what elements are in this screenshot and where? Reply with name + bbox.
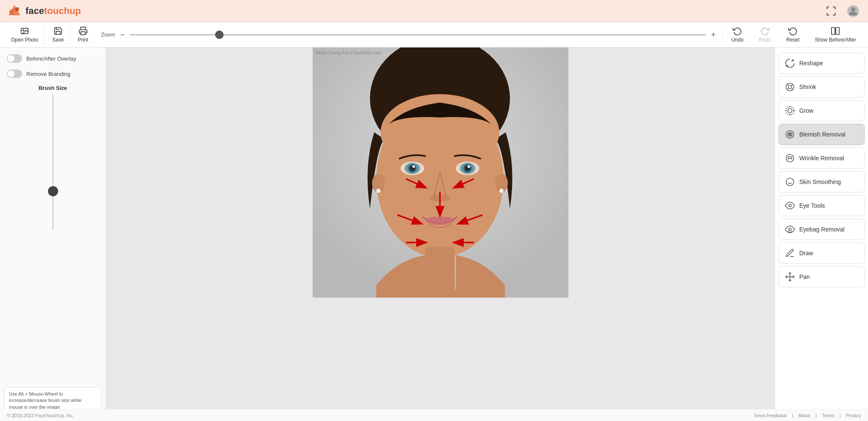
zoom-plus-button[interactable]: + (709, 30, 717, 39)
svg-point-31 (499, 189, 504, 193)
brush-size-thumb[interactable] (48, 186, 58, 196)
before-after-overlay-label: Before/After Overlay (26, 56, 76, 62)
shrink-tool-button[interactable]: Shrink (778, 76, 865, 98)
pan-icon (785, 272, 795, 282)
svg-point-2 (15, 7, 19, 11)
tooltip-text: Use Alt + Mouse-Wheel to increase/decrea… (9, 391, 81, 410)
canvas-container: Made Using FaceTouchUp.com (313, 47, 568, 298)
footer-links: Send Feedback | About | Terms | Privacy (754, 413, 861, 418)
logo-text: facetouchup (25, 6, 81, 17)
before-after-toggle-row: Before/After Overlay (7, 54, 99, 63)
send-feedback-link[interactable]: Send Feedback (754, 413, 787, 418)
wrinkle-removal-label: Wrinkle Removal (799, 155, 844, 162)
svg-point-25 (468, 165, 470, 168)
svg-point-42 (788, 85, 792, 89)
skin-smoothing-icon (785, 177, 795, 187)
eye-tools-icon (785, 201, 795, 211)
open-photo-button[interactable]: Open Photo (5, 24, 45, 45)
save-button[interactable]: Save (46, 24, 70, 45)
redo-button[interactable]: Redo (752, 24, 778, 45)
blemish-removal-label: Blemish Removal (799, 131, 846, 138)
grow-tool-button[interactable]: Grow (778, 100, 865, 121)
main-layout: Before/After Overlay Remove Branding Bru… (0, 47, 868, 421)
zoom-area: Zoom − + (96, 30, 723, 39)
eyebag-removal-icon (785, 224, 795, 234)
wrinkle-removal-icon (785, 153, 795, 163)
svg-point-53 (789, 228, 791, 231)
toolbar: Open Photo Save Print Zoom − + Undo (0, 22, 868, 47)
save-label: Save (52, 37, 64, 43)
print-label: Print (78, 37, 88, 43)
reset-label: Reset (786, 37, 799, 43)
reshape-icon (785, 58, 795, 68)
before-after-overlay-toggle[interactable] (7, 54, 22, 63)
show-before-after-button[interactable]: Show Before/After (808, 24, 863, 45)
reshape-label: Reshape (799, 60, 823, 67)
eye-tools-label: Eye Tools (799, 202, 825, 209)
grow-label: Grow (799, 107, 813, 114)
brush-size-track[interactable] (52, 95, 54, 230)
profile-button[interactable] (845, 3, 861, 19)
brush-section: Brush Size (7, 85, 99, 230)
draw-tool-button[interactable]: Draw (778, 243, 865, 264)
pan-label: Pan (799, 273, 810, 280)
print-button[interactable]: Print (72, 24, 94, 45)
grow-icon (785, 106, 795, 116)
bottom-bar: © 2010-2022 FaceTouchUp, Inc. Send Feedb… (0, 409, 868, 421)
logo-area: facetouchup (7, 3, 824, 19)
zoom-minus-button[interactable]: − (118, 30, 126, 39)
toolbar-right: Undo Redo Reset Show Before/After (725, 24, 863, 45)
brush-size-label: Brush Size (39, 85, 67, 91)
right-panel: Reshape Shrink Grow (775, 47, 868, 421)
remove-branding-label: Remove Branding (26, 71, 70, 77)
svg-point-27 (440, 195, 450, 201)
shrink-label: Shrink (799, 84, 816, 90)
svg-point-43 (788, 109, 792, 113)
show-before-after-label: Show Before/After (815, 37, 856, 43)
svg-rect-9 (836, 28, 839, 35)
blemish-removal-icon (785, 129, 795, 139)
open-photo-label: Open Photo (11, 37, 38, 43)
svg-rect-33 (376, 289, 505, 298)
reshape-tool-button[interactable]: Reshape (778, 53, 865, 74)
logo-icon (7, 3, 22, 19)
svg-rect-8 (832, 28, 835, 35)
header: facetouchup (0, 0, 868, 22)
svg-point-52 (789, 204, 791, 207)
undo-label: Undo (731, 37, 744, 43)
pan-tool-button[interactable]: Pan (778, 266, 865, 287)
draw-label: Draw (799, 250, 813, 257)
footer-copyright-bottom: © 2010-2022 FaceTouchUp, Inc. (7, 413, 74, 418)
face-portrait (313, 47, 568, 298)
left-panel: Before/After Overlay Remove Branding Bru… (0, 47, 106, 421)
wrinkle-removal-tool-button[interactable]: Wrinkle Removal (778, 148, 865, 169)
svg-point-30 (376, 189, 381, 193)
eye-tools-tool-button[interactable]: Eye Tools (778, 195, 865, 216)
zoom-slider[interactable] (130, 34, 706, 36)
svg-point-20 (412, 165, 415, 168)
about-link[interactable]: About (798, 413, 811, 418)
svg-point-6 (22, 30, 24, 31)
svg-rect-7 (81, 32, 85, 35)
fullscreen-button[interactable] (824, 4, 838, 18)
svg-point-4 (851, 7, 855, 11)
remove-branding-toggle[interactable] (7, 70, 22, 78)
draw-icon (785, 248, 795, 258)
canvas-area[interactable]: Made Using FaceTouchUp.com (106, 47, 775, 421)
canvas-watermark: Made Using FaceTouchUp.com (316, 50, 381, 55)
header-right (824, 3, 861, 19)
privacy-link[interactable]: Privacy (846, 413, 861, 418)
undo-button[interactable]: Undo (725, 24, 750, 45)
remove-branding-toggle-row: Remove Branding (7, 70, 99, 78)
reset-button[interactable]: Reset (779, 24, 806, 45)
shrink-icon (785, 82, 795, 92)
eyebag-removal-tool-button[interactable]: Eyebag Removal (778, 219, 865, 240)
zoom-label: Zoom (101, 31, 115, 38)
eyebag-removal-label: Eyebag Removal (799, 226, 845, 233)
svg-point-49 (786, 178, 794, 186)
svg-point-26 (430, 195, 440, 201)
terms-link[interactable]: Terms (822, 413, 834, 418)
skin-smoothing-tool-button[interactable]: Skin Smoothing (778, 171, 865, 192)
skin-smoothing-label: Skin Smoothing (799, 178, 841, 185)
blemish-removal-tool-button[interactable]: Blemish Removal (778, 124, 865, 145)
